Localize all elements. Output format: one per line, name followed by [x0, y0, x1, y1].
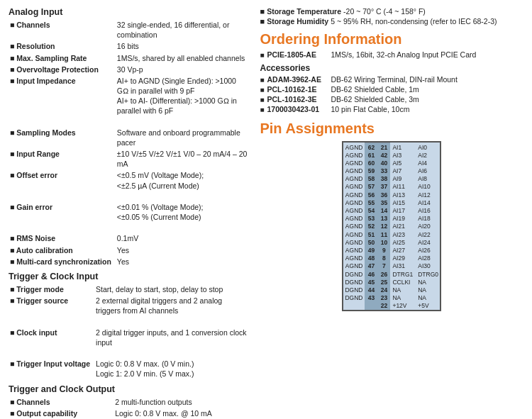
order-desc-adam: DB-62 Wiring Terminal, DIN-rail Mount — [331, 75, 458, 84]
bullet-pcl1: ■ — [260, 86, 264, 94]
content-area: Analog Input ■ Channels 32 single-ended,… — [0, 0, 532, 419]
bullet-pcl3: ■ — [260, 96, 264, 104]
pin-far-right-label: AI10 — [414, 183, 440, 191]
storage-temp-row: ■ Storage Temperature -20 ~ 70° C (-4 ~ … — [260, 7, 523, 16]
storage-temp-label: Storage Temperature — [267, 7, 341, 16]
pin-far-right-label: AI24 — [414, 238, 440, 246]
pin-right-label: AI17 — [390, 207, 414, 215]
table-row: ■ Offset error <±0.5 mV (Voltage Mode);<… — [9, 169, 248, 191]
pin-left-label: AGND — [343, 215, 365, 223]
label-clock-input: ■ Clock input — [9, 316, 94, 348]
pin-row: DGND 45 25 CCLKI NA — [343, 278, 440, 286]
label-offset-error: ■ Offset error — [9, 169, 116, 191]
label-trigger-source: ■ Trigger source — [9, 295, 94, 316]
order-item-flat: ■ 1700030423-01 10 pin Flat Cable, 10cm — [260, 105, 523, 113]
pin-row: AGND 49 9 AI27 AI26 — [343, 246, 440, 254]
pin-left-label: AGND — [343, 223, 365, 230]
pin-row: AGND 48 8 AI29 AI28 — [343, 255, 440, 262]
pin-left-label: AGND — [343, 255, 365, 262]
table-row: ■ Multi-card synchronization Yes — [9, 256, 248, 267]
pin-diagram: AGND 62 21 AI1 AI0 AGND 61 42 AI3 AI2 AG… — [260, 141, 523, 311]
pin-far-right-label: AI26 — [414, 246, 440, 254]
pin-right-label: AI7 — [390, 167, 414, 175]
pin-far-right-label: NA — [414, 294, 440, 302]
pin-right-num: 22 — [377, 302, 390, 311]
pin-row: AGND 54 14 AI17 AI16 — [343, 207, 440, 215]
table-row: ■ Channels 2 multi-function outputs — [9, 396, 248, 408]
pin-left-num: 51 — [365, 230, 377, 238]
pin-left-num: 57 — [365, 183, 377, 191]
storage-temp-value: -20 ~ 70° C (-4 ~ 158° F) — [343, 7, 426, 16]
pin-far-right-label: AI4 — [414, 159, 440, 167]
value-overvoltage: 30 Vp-p — [116, 64, 249, 75]
pin-left-num: 49 — [365, 246, 377, 254]
order-desc-pcl3: DB-62 Shielded Cable, 3m — [331, 95, 419, 104]
label-multi-card: ■ Multi-card synchronization — [9, 256, 116, 267]
bullet-adam: ■ — [260, 76, 264, 84]
page-wrapper: Analog Input ■ Channels 32 single-ended,… — [0, 0, 532, 419]
pin-left-label: AGND — [343, 246, 365, 254]
pin-left-label: AGND — [343, 159, 365, 167]
pin-far-right-label: AI30 — [414, 262, 440, 270]
label-rms-noise: ■ RMS Noise — [9, 223, 116, 244]
pin-left-num: 50 — [365, 238, 377, 246]
pin-row: DGND 44 24 NA NA — [343, 286, 440, 294]
analog-input-table: ■ Channels 32 single-ended, 16 different… — [9, 19, 248, 267]
trigger-clock-output-title: Trigger and Clock Output — [9, 384, 248, 394]
pin-row: AGND 62 21 AI1 AI0 — [343, 143, 440, 151]
pin-right-num: 24 — [377, 286, 390, 294]
order-desc-pcl1: DB-62 Shielded Cable, 1m — [331, 85, 419, 94]
order-pn-flat: 1700030423-01 — [267, 105, 331, 113]
label-sampling-modes: ■ Sampling Modes — [9, 117, 116, 149]
pin-row: AGND 60 40 AI5 AI4 — [343, 159, 440, 167]
pin-left-num: 44 — [365, 286, 377, 294]
table-row: ■ Trigger source 2 external digital trig… — [9, 295, 248, 316]
pin-far-right-label: DTRG0 — [414, 270, 440, 278]
pin-right-label: AI21 — [390, 223, 414, 230]
pin-far-right-label: AI18 — [414, 215, 440, 223]
value-trigger-source: 2 external digital triggers and 2 analog… — [94, 295, 248, 316]
value-trigger-voltage: Logic 0: 0.8 V max. (0 V min.)Logic 1: 2… — [94, 348, 248, 380]
pin-left-num: 62 — [365, 143, 377, 151]
pin-right-label: DTRG1 — [390, 270, 414, 278]
value-offset-error: <±0.5 mV (Voltage Mode);<±2.5 µA (Curren… — [116, 169, 249, 191]
trigger-clock-input-title: Trigger & Clock Input — [9, 272, 248, 281]
pin-row: AGND 59 33 AI7 AI6 — [343, 167, 440, 175]
label-impedance: ■ Input Impedance — [9, 75, 116, 117]
pin-left-label: AGND — [343, 199, 365, 206]
pin-left-label: DGND — [343, 286, 365, 294]
pin-left-label: AGND — [343, 262, 365, 270]
label-input-range: ■ Input Range — [9, 148, 116, 169]
pin-far-right-label: AI12 — [414, 191, 440, 199]
pin-far-right-label: NA — [414, 278, 440, 286]
pin-table: AGND 62 21 AI1 AI0 AGND 61 42 AI3 AI2 AG… — [342, 141, 441, 311]
pin-far-right-label: AI20 — [414, 223, 440, 230]
pin-left-num — [365, 302, 377, 311]
pin-left-num: 54 — [365, 207, 377, 215]
trigger-input-table: ■ Trigger mode Start, delay to start, st… — [9, 284, 248, 380]
section-pin-assignments: Pin Assignments — [260, 121, 523, 311]
pin-left-label: AGND — [343, 230, 365, 238]
pin-far-right-label: AI6 — [414, 167, 440, 175]
order-desc-pcie: 1MS/s, 16bit, 32-ch Analog Input PCIE Ca… — [331, 50, 477, 59]
order-item-pcl3: ■ PCL-10162-3E DB-62 Shielded Cable, 3m — [260, 95, 523, 104]
table-row: ■ Max. Sampling Rate 1MS/s, shared by al… — [9, 52, 248, 64]
pin-right-num: 40 — [377, 159, 390, 167]
section-trigger-clock-input: Trigger & Clock Input ■ Trigger mode Sta… — [9, 272, 248, 380]
section-analog-input: Analog Input ■ Channels 32 single-ended,… — [9, 7, 248, 267]
value-gain-error: <±0.01 % (Voltage Mode);<±0.05 % (Curren… — [116, 191, 249, 223]
table-row: ■ Auto calibration Yes — [9, 245, 248, 256]
pin-right-label: AI29 — [390, 255, 414, 262]
pin-left-num: 53 — [365, 215, 377, 223]
pin-right-label: AI5 — [390, 159, 414, 167]
label-auto-cal: ■ Auto calibration — [9, 245, 116, 256]
accessories-title: Accessories — [260, 63, 523, 73]
pin-far-right-label: AI14 — [414, 199, 440, 206]
value-clock-input: 2 digital trigger inputs, and 1 conversi… — [94, 316, 248, 348]
pin-left-label: AGND — [343, 151, 365, 159]
pin-left-num: 43 — [365, 294, 377, 302]
pin-right-label: AI31 — [390, 262, 414, 270]
pin-right-num: 35 — [377, 199, 390, 206]
value-output-cap: Logic 0: 0.8 V max. @ 10 mALogic 1: 2.0 … — [113, 408, 248, 419]
table-row: ■ Output capability Logic 0: 0.8 V max. … — [9, 408, 248, 419]
